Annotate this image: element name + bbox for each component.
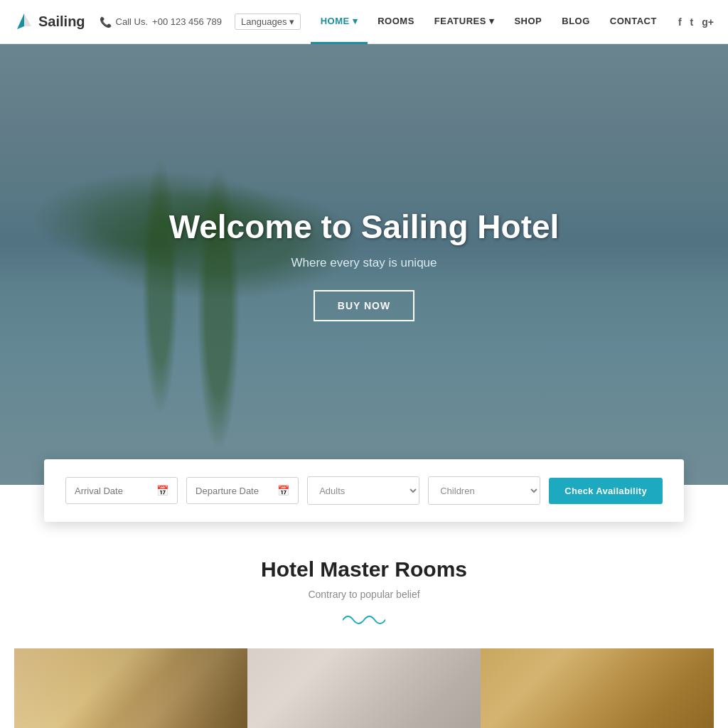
calendar-icon: 📅 [277, 485, 289, 496]
booking-bar: 📅 📅 Adults 1 2 3 4 Children 0 1 2 3 Chec… [44, 459, 684, 522]
room-image-1 [14, 648, 247, 728]
hero-subtitle: Where every stay is unique [169, 256, 560, 270]
hero-section: Welcome to Sailing Hotel Where every sta… [0, 44, 728, 485]
main-nav: HOME ▾ ROOMS FEATURES ▾ SHOP BLOG CONTAC… [311, 0, 667, 44]
social-icons: f t g+ [678, 16, 714, 28]
nav-item-home[interactable]: HOME ▾ [311, 0, 368, 44]
check-availability-button[interactable]: Check Availability [549, 478, 663, 504]
logo[interactable]: Sailing [14, 12, 85, 32]
nav-item-blog[interactable]: BLOG [552, 0, 600, 44]
language-label: Languages [241, 16, 287, 27]
nav-item-shop[interactable]: SHOP [504, 0, 552, 44]
booking-bar-wrapper: 📅 📅 Adults 1 2 3 4 Children 0 1 2 3 Chec… [0, 459, 728, 522]
room-card-3[interactable] [481, 648, 714, 728]
nav-item-features[interactable]: FEATURES ▾ [424, 0, 505, 44]
phone-icon: 📞 [100, 16, 112, 28]
googleplus-icon[interactable]: g+ [702, 16, 714, 28]
rooms-section: Hotel Master Rooms Contrary to popular b… [0, 522, 728, 728]
hero-title: Welcome to Sailing Hotel [169, 208, 560, 246]
hero-content: Welcome to Sailing Hotel Where every sta… [169, 208, 560, 321]
calendar-icon: 📅 [156, 485, 168, 496]
arrival-date-field[interactable]: 📅 [65, 477, 178, 504]
language-selector[interactable]: Languages ▾ [235, 14, 301, 30]
chevron-down-icon: ▾ [289, 16, 294, 27]
wave-icon [343, 613, 385, 627]
room-image-2 [247, 648, 481, 728]
buy-now-button[interactable]: BUY NOW [314, 290, 414, 321]
logo-text: Sailing [38, 14, 85, 30]
children-select[interactable]: Children 0 1 2 3 [428, 476, 540, 505]
nav-item-contact[interactable]: CONTACT [600, 0, 667, 44]
nav-item-rooms[interactable]: ROOMS [368, 0, 424, 44]
room-card-2[interactable] [247, 648, 481, 728]
svg-marker-0 [17, 14, 24, 29]
phone-area: 📞 Call Us. +00 123 456 789 [100, 16, 222, 28]
room-card-1[interactable] [14, 648, 247, 728]
room-image-3 [481, 648, 714, 728]
phone-label: Call Us. [116, 16, 149, 27]
rooms-section-title: Hotel Master Rooms [14, 557, 714, 582]
rooms-section-subtitle: Contrary to popular belief [14, 589, 714, 600]
site-header: Sailing 📞 Call Us. +00 123 456 789 Langu… [0, 0, 728, 44]
chevron-down-icon: ▾ [353, 16, 358, 26]
adults-select[interactable]: Adults 1 2 3 4 [307, 476, 419, 505]
svg-marker-1 [24, 14, 31, 26]
twitter-icon[interactable]: t [690, 16, 694, 28]
chevron-down-icon: ▾ [489, 16, 495, 26]
departure-date-input[interactable] [196, 486, 277, 496]
arrival-date-input[interactable] [75, 486, 156, 496]
room-cards [14, 648, 714, 728]
departure-date-field[interactable]: 📅 [186, 477, 299, 504]
facebook-icon[interactable]: f [678, 16, 682, 28]
phone-number: +00 123 456 789 [152, 16, 222, 27]
logo-icon [14, 12, 34, 32]
wave-divider [14, 613, 714, 627]
